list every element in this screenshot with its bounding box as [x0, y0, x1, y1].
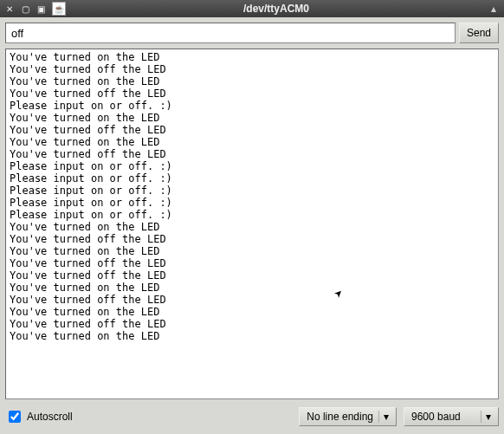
line-ending-select[interactable]: No line ending ▾	[299, 407, 397, 426]
minimize-icon[interactable]: ▢	[19, 3, 31, 15]
app-icon: ☕	[52, 2, 66, 16]
autoscroll-control[interactable]: Autoscroll	[5, 408, 73, 425]
close-icon[interactable]: ✕	[3, 3, 16, 15]
chevron-down-icon: ▾	[378, 411, 392, 423]
command-input[interactable]	[5, 23, 456, 43]
autoscroll-label: Autoscroll	[27, 411, 73, 423]
content-area: Send You've turned on the LED You've tur…	[0, 17, 504, 434]
input-row: Send	[5, 23, 499, 43]
serial-output[interactable]: You've turned on the LED You've turned o…	[5, 49, 499, 399]
autoscroll-checkbox[interactable]	[9, 411, 21, 423]
send-button[interactable]: Send	[459, 23, 499, 43]
line-ending-selected: No line ending	[307, 411, 373, 423]
output-text: You've turned on the LED You've turned o…	[10, 51, 172, 342]
footer: Autoscroll No line ending ▾ 9600 baud ▾	[5, 405, 499, 429]
baud-select[interactable]: 9600 baud ▾	[404, 407, 499, 426]
mouse-cursor-icon: ➤	[332, 287, 346, 301]
serial-monitor-window: ✕ ▢ ▣ ☕ /dev/ttyACM0 ▴ Send You've turne…	[0, 0, 504, 434]
window-title: /dev/ttyACM0	[69, 3, 483, 15]
baud-selected: 9600 baud	[411, 411, 461, 423]
window-controls: ✕ ▢ ▣	[3, 3, 47, 15]
titlebar: ✕ ▢ ▣ ☕ /dev/ttyACM0 ▴	[0, 0, 504, 17]
maximize-icon[interactable]: ▣	[35, 3, 47, 15]
collapse-icon[interactable]: ▴	[487, 3, 501, 15]
chevron-down-icon: ▾	[481, 411, 494, 423]
